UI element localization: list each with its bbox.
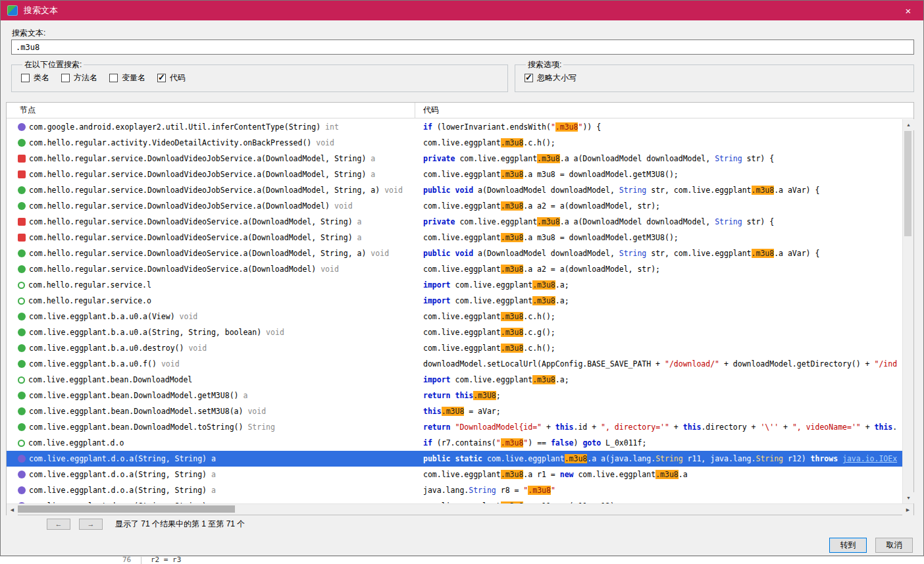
- result-node-cell[interactable]: com.hello.regular.service.o: [7, 293, 415, 309]
- result-code-cell[interactable]: com.live.eggplant.m3u8.a a2 = a(download…: [415, 261, 902, 277]
- result-node-cell[interactable]: com.live.eggplant.d.o.a(String, String)a: [7, 482, 415, 498]
- result-code-cell[interactable]: import com.live.eggplant.m3u8.a;: [415, 293, 902, 309]
- result-row[interactable]: com.hello.regular.service.DownloadVideoS…: [7, 261, 902, 277]
- result-node-cell[interactable]: com.live.eggplant.b.a.u0.a(View)void: [7, 309, 415, 324]
- result-row[interactable]: com.live.eggplant.d.o.a(String, String)a…: [7, 451, 902, 467]
- vertical-scrollbar-thumb[interactable]: [904, 131, 911, 236]
- result-row[interactable]: com.live.eggplant.d.o.a(String, String)a…: [7, 482, 902, 498]
- scope-method-name-option[interactable]: 方法名: [61, 72, 97, 84]
- result-code-cell[interactable]: public static com.live.eggplant.m3u8.a a…: [415, 451, 902, 467]
- close-button[interactable]: ×: [893, 1, 923, 20]
- result-row[interactable]: com.hello.regular.service.DownloadVideoJ…: [7, 198, 902, 214]
- result-code-cell[interactable]: com.live.eggplant.m3u8.a m3u8 = download…: [415, 167, 902, 182]
- search-ignore-case-option[interactable]: 忽略大小写: [525, 72, 577, 84]
- result-row[interactable]: com.hello.regular.service.limport com.li…: [7, 277, 902, 293]
- result-code-cell[interactable]: downloadModel.setLocalUrl(AppConfig.BASE…: [415, 356, 902, 372]
- result-code-cell[interactable]: private com.live.eggplant.m3u8.a a(Downl…: [415, 214, 902, 230]
- result-row[interactable]: com.hello.regular.service.DownloadVideoS…: [7, 230, 902, 245]
- scope-code-option[interactable]: 代码: [157, 72, 186, 84]
- variable-name-checkbox[interactable]: [109, 74, 118, 82]
- result-row[interactable]: com.hello.regular.service.DownloadVideoS…: [7, 214, 902, 230]
- result-node-cell[interactable]: com.hello.regular.service.l: [7, 277, 415, 293]
- result-row[interactable]: com.hello.regular.service.DownloadVideoJ…: [7, 151, 902, 167]
- result-code-cell[interactable]: if (lowerInvariant.endsWith(".m3u8")) {: [415, 119, 902, 135]
- scroll-right-icon[interactable]: ▶: [902, 504, 913, 515]
- result-node-cell[interactable]: com.hello.regular.service.DownloadVideoJ…: [7, 182, 415, 198]
- result-row[interactable]: com.live.eggplant.b.a.u0.destroy()voidco…: [7, 340, 902, 356]
- result-code-cell[interactable]: com.live.eggplant.m3u8.a m3u8 = download…: [415, 230, 902, 245]
- horizontal-scrollbar-thumb[interactable]: [18, 505, 235, 513]
- result-node-cell[interactable]: com.hello.regular.service.DownloadVideoS…: [7, 261, 415, 277]
- result-node-cell[interactable]: com.live.eggplant.b.a.u0.destroy()void: [7, 340, 415, 356]
- scroll-left-icon[interactable]: ◀: [7, 504, 18, 515]
- result-code-cell[interactable]: import com.live.eggplant.m3u8.a;: [415, 372, 902, 388]
- result-node-cell[interactable]: com.live.eggplant.bean.DownloadModel.toS…: [7, 419, 415, 435]
- result-node-cell[interactable]: com.live.eggplant.d.o: [7, 435, 415, 451]
- prev-page-button[interactable]: ←: [47, 519, 70, 530]
- result-code-cell[interactable]: private com.live.eggplant.m3u8.a a(Downl…: [415, 151, 902, 167]
- scope-class-name-option[interactable]: 类名: [21, 72, 49, 84]
- result-node-cell[interactable]: com.hello.regular.service.DownloadVideoS…: [7, 245, 415, 261]
- result-row[interactable]: com.google.android.exoplayer2.util.Util.…: [7, 119, 902, 135]
- result-node-cell[interactable]: com.live.eggplant.bean.DownloadModel: [7, 372, 415, 388]
- result-code-cell[interactable]: com.live.eggplant.m3u8.a r1 = new com.li…: [415, 467, 902, 482]
- next-page-button[interactable]: →: [79, 519, 103, 530]
- method-name-checkbox[interactable]: [61, 74, 70, 82]
- scroll-down-icon[interactable]: ▼: [903, 492, 914, 503]
- result-row[interactable]: com.live.eggplant.bean.DownloadModelimpo…: [7, 372, 902, 388]
- ignore-case-checkbox[interactable]: [525, 74, 533, 82]
- result-code-cell[interactable]: import com.live.eggplant.m3u8.a;: [415, 277, 902, 293]
- result-code-cell[interactable]: com.live.eggplant.m3u8.a a2 = a(download…: [415, 198, 902, 214]
- result-node-cell[interactable]: com.hello.regular.service.DownloadVideoJ…: [7, 167, 415, 182]
- result-node-cell[interactable]: com.hello.regular.service.DownloadVideoS…: [7, 214, 415, 230]
- result-row[interactable]: com.live.eggplant.bean.DownloadModel.get…: [7, 388, 902, 403]
- result-node-cell[interactable]: com.live.eggplant.d.o.a(String, String)a: [7, 451, 415, 467]
- result-code-cell[interactable]: return "DownloadModel{id=" + this.id + "…: [415, 419, 902, 435]
- result-node-cell[interactable]: com.hello.regular.service.DownloadVideoJ…: [7, 151, 415, 167]
- result-row[interactable]: com.live.eggplant.b.a.u0.a(View)voidcom.…: [7, 309, 902, 324]
- cancel-button[interactable]: 取消: [875, 538, 913, 553]
- result-code-cell[interactable]: public void a(DownloadModel downloadMode…: [415, 245, 902, 261]
- result-node-cell[interactable]: com.live.eggplant.b.a.u0.f()void: [7, 356, 415, 372]
- result-code-cell[interactable]: com.live.eggplant.m3u8.c.h();: [415, 135, 902, 151]
- result-code-cell[interactable]: com.live.eggplant.m3u8.c.h();: [415, 309, 902, 324]
- result-code-cell[interactable]: this.m3U8 = aVar;: [415, 403, 902, 419]
- vertical-scrollbar[interactable]: ▲ ▼: [902, 119, 913, 503]
- result-node-cell[interactable]: com.hello.regular.activity.VideoDetailAc…: [7, 135, 415, 151]
- code-checkbox[interactable]: [157, 74, 166, 82]
- result-node-cell[interactable]: com.live.eggplant.d.o.a(String, String)a: [7, 467, 415, 482]
- result-node-cell[interactable]: com.live.eggplant.b.a.u0.a(String, Strin…: [7, 324, 415, 340]
- node-column-header[interactable]: 节点: [7, 103, 415, 118]
- result-node-cell[interactable]: com.hello.regular.service.DownloadVideoJ…: [7, 198, 415, 214]
- result-code-cell[interactable]: if (r7.contains(".m3u8") == false) goto …: [415, 435, 902, 451]
- result-row[interactable]: com.live.eggplant.d.oif (r7.contains(".m…: [7, 435, 902, 451]
- result-row[interactable]: com.live.eggplant.bean.DownloadModel.toS…: [7, 419, 902, 435]
- result-code-cell[interactable]: com.live.eggplant.m3u8.c.g();: [415, 324, 902, 340]
- goto-button[interactable]: 转到: [829, 538, 867, 553]
- result-code-cell[interactable]: return this.m3U8;: [415, 388, 902, 403]
- result-row[interactable]: com.hello.regular.service.DownloadVideoJ…: [7, 167, 902, 182]
- result-node-cell[interactable]: com.google.android.exoplayer2.util.Util.…: [7, 119, 415, 135]
- result-row[interactable]: com.live.eggplant.d.o.a(String, String)c…: [7, 498, 902, 503]
- result-code-cell[interactable]: com.live.eggplant.m3u8.a r11 = a(r11, r1…: [415, 498, 902, 503]
- result-node-cell[interactable]: com.live.eggplant.bean.DownloadModel.get…: [7, 388, 415, 403]
- result-row[interactable]: com.hello.regular.service.DownloadVideoJ…: [7, 182, 902, 198]
- scope-variable-name-option[interactable]: 变量名: [109, 72, 145, 84]
- result-row[interactable]: com.live.eggplant.b.a.u0.f()voiddownload…: [7, 356, 902, 372]
- code-column-header[interactable]: 代码: [415, 103, 913, 118]
- horizontal-scrollbar[interactable]: ◀ ▶: [7, 503, 913, 515]
- result-code-cell[interactable]: java.lang.String r8 = ".m3u8": [415, 482, 902, 498]
- result-row[interactable]: com.hello.regular.service.oimport com.li…: [7, 293, 902, 309]
- class-name-checkbox[interactable]: [21, 74, 30, 82]
- result-row[interactable]: com.live.eggplant.b.a.u0.a(String, Strin…: [7, 324, 902, 340]
- result-node-cell[interactable]: com.live.eggplant.d.o.a(String, String): [7, 498, 415, 503]
- result-code-cell[interactable]: com.live.eggplant.m3u8.c.h();: [415, 340, 902, 356]
- result-node-cell[interactable]: com.live.eggplant.bean.DownloadModel.set…: [7, 403, 415, 419]
- result-row[interactable]: com.hello.regular.service.DownloadVideoS…: [7, 245, 902, 261]
- result-node-cell[interactable]: com.hello.regular.service.DownloadVideoS…: [7, 230, 415, 245]
- result-row[interactable]: com.live.eggplant.bean.DownloadModel.set…: [7, 403, 902, 419]
- search-input[interactable]: [11, 39, 914, 55]
- result-row[interactable]: com.hello.regular.activity.VideoDetailAc…: [7, 135, 902, 151]
- titlebar[interactable]: 搜索文本 ×: [1, 1, 923, 20]
- result-row[interactable]: com.live.eggplant.d.o.a(String, String)a…: [7, 467, 902, 482]
